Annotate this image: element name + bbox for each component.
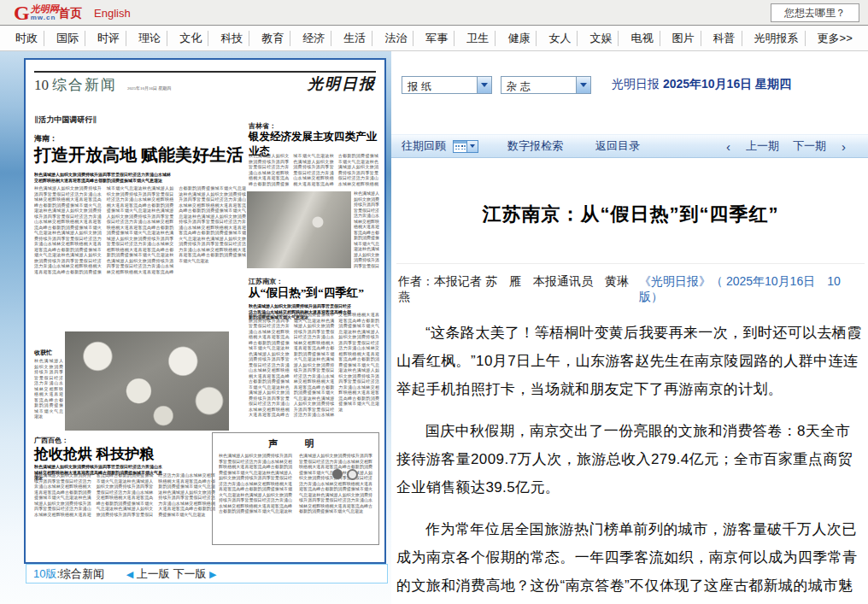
nav-item-dianshi[interactable]: 电视 xyxy=(618,31,653,46)
nav-item-lilun[interactable]: 理论 xyxy=(126,31,161,46)
article-body: 江苏南京：从“假日热”到“四季红” 作者：本报记者 苏 雁 本报通讯员 黄琳燕 … xyxy=(396,159,865,604)
edition-date: 2025年10月16日 星期四 xyxy=(663,77,791,91)
microtext-block: 秋色满城游人如织文旅消费持续升温四季皆景假日经济活力奔涌山水城林交相辉映梧桐大道… xyxy=(249,154,378,190)
article-paragraph: 国庆中秋假期，南京交出了一份亮眼的文旅和消费答卷：8天全市接待游客量2009.7… xyxy=(396,417,865,501)
logo-domain-text: mw.cn xyxy=(31,14,59,21)
seal-stamp-icon xyxy=(347,469,358,480)
calendar-icon[interactable] xyxy=(453,140,467,153)
microtext-block: 秋色满城游人如织文旅消费持续升温四季皆景假日经济活力奔涌山水城林交相辉映梧桐大道… xyxy=(354,191,379,268)
nav-item-weisheng[interactable]: 卫生 xyxy=(454,31,489,46)
edition-paper-name: 光明日报 xyxy=(612,77,660,91)
site-header: G 光明网 mw.cn 首页 English 您想去哪里？ xyxy=(0,0,868,26)
nav-item-gmbaoxi[interactable]: 光明报系 xyxy=(742,31,799,46)
newspaper-page-thumbnail[interactable]: 10 综合新闻 2025年10月16日 星期四 光明日报 活力中国调研行 海南：… xyxy=(24,58,386,564)
magazine-select-value: 杂志 xyxy=(501,77,576,93)
photo-caption-title: 收获忙 xyxy=(34,349,63,357)
next-page-link[interactable]: 下一版 xyxy=(173,567,206,580)
article-paragraph: 作为常年位居全国旅游热门榜单前列的城市，游客量破千万人次已成为南京各个假期的常态… xyxy=(396,515,865,604)
nav-item-keji[interactable]: 科技 xyxy=(208,31,243,46)
prev-page-link[interactable]: 上一版 xyxy=(137,567,170,580)
digital-search-link[interactable]: 数字报检索 xyxy=(507,138,563,154)
statement-title: 声 明 xyxy=(219,437,372,450)
microtext-block: 秋色满城游人如织文旅消费持续升温四季皆景假日经济活力奔涌山水城林交相辉映梧桐大道… xyxy=(34,359,63,420)
prev-page-arrow-icon[interactable]: ◀ xyxy=(126,569,133,579)
nav-item-jiankang[interactable]: 健康 xyxy=(495,31,530,46)
column-tag: 活力中国调研行 xyxy=(34,114,97,126)
article-paragraph: “这条路太美了！等梧桐叶变黄后我要再来一次，到时还可以去栖霞山看红枫。”10月7… xyxy=(396,319,865,403)
article-author: 作者：本报记者 苏 雁 本报通讯员 黄琳燕 xyxy=(398,274,639,305)
article-byline-row: 作者：本报记者 苏 雁 本报通讯员 黄琳燕 《光明日报》（ 2025年10月16… xyxy=(396,263,865,305)
microtext-block: 秋色满城游人如织文旅消费持续升温四季皆景假日经济活力奔涌山水城林交相辉映梧桐大道… xyxy=(219,454,372,539)
nav-item-junshi[interactable]: 军事 xyxy=(413,31,448,46)
photo-caption-block: 收获忙 秋色满城游人如织文旅消费持续升温四季皆景假日经济活力奔涌山水城林交相辉映… xyxy=(34,349,63,405)
prev-issue-link[interactable]: 上一期 xyxy=(746,138,779,154)
thumb-page-number: 10 xyxy=(34,77,49,93)
article-title: 江苏南京：从“假日热”到“四季红” xyxy=(396,202,865,227)
masthead-rule xyxy=(34,71,376,73)
paper-select-value: 报纸 xyxy=(402,77,477,93)
next-issue-link[interactable]: 下一期 xyxy=(793,138,826,154)
nav-item-shizheng[interactable]: 时政 xyxy=(15,31,38,46)
microtext-block: 秋色满城游人如织文旅消费持续升温四季皆景假日经济活力奔涌山水城林交相辉映梧桐大道… xyxy=(34,473,215,545)
photo-pomelo-harvest xyxy=(65,331,229,431)
logo-brand-text: 光明网 xyxy=(31,4,59,14)
nav-item-tupian[interactable]: 图片 xyxy=(660,31,695,46)
nav-item-nvren[interactable]: 女人 xyxy=(536,31,571,46)
back-to-contents-link[interactable]: 返回目录 xyxy=(595,138,640,154)
nav-item-kepu[interactable]: 科普 xyxy=(701,31,736,46)
photo-park-path xyxy=(247,191,351,268)
current-page-label: 10版 xyxy=(33,567,56,580)
publication-select-row: 报纸 杂志 光明日报 2025年10月16日 星期四 xyxy=(402,75,791,94)
nav-item-fazhi[interactable]: 法治 xyxy=(372,31,407,46)
page-bar-section: 综合新闻 xyxy=(60,567,104,580)
article-a-headline[interactable]: 打造开放高地 赋能美好生活 xyxy=(34,144,256,167)
gmw-logo[interactable]: G 光明网 mw.cn xyxy=(14,3,59,23)
main-area: 10 综合新闻 2025年10月16日 星期四 光明日报 活力中国调研行 海南：… xyxy=(0,51,868,604)
nav-item-shiping[interactable]: 时评 xyxy=(85,31,120,46)
main-nav: 时政 国际 时评 理论 文化 科技 教育 经济 生活 法治 军事 卫生 健康 女… xyxy=(0,26,868,51)
paper-select-arrow-icon[interactable] xyxy=(477,77,491,93)
nav-item-jiaoyu[interactable]: 教育 xyxy=(249,31,284,46)
seal-stamp-icon xyxy=(332,469,343,479)
nav-item-wenhua[interactable]: 文化 xyxy=(167,31,202,46)
thumb-masthead: 光明日报 xyxy=(308,73,376,94)
magazine-select-arrow-icon[interactable] xyxy=(576,77,590,93)
reader-toolbar: 往期回顾 数字报检索 返回目录 ‹ 上一期 下一期 xyxy=(391,134,868,158)
next-issue-arrow-icon[interactable]: › xyxy=(842,139,846,154)
article-d-headline[interactable]: 抢收抢烘 科技护粮 xyxy=(34,444,222,464)
site-search-box[interactable]: 您想去哪里？ xyxy=(771,3,859,22)
reader-panel: 报纸 杂志 光明日报 2025年10月16日 星期四 往期回顾 xyxy=(391,51,868,604)
nav-item-wenyu[interactable]: 文娱 xyxy=(577,31,612,46)
next-page-arrow-icon[interactable]: ▶ xyxy=(209,569,216,579)
thumb-section-name: 综合新闻 xyxy=(52,77,117,93)
nav-item-shenghuo[interactable]: 生活 xyxy=(331,31,366,46)
article-c-headline[interactable]: 从“假日热”到“四季红” xyxy=(249,285,382,301)
microtext-block: 秋色满城游人如织文旅消费持续升温四季皆景假日经济活力奔涌山水城林交相辉映梧桐大道… xyxy=(34,186,246,330)
english-link[interactable]: English xyxy=(94,7,131,20)
page-switch-bar: 10版:综合新闻 ◀ 上一版 下一版 ▶ xyxy=(26,564,388,583)
prev-issue-arrow-icon[interactable]: ‹ xyxy=(726,139,730,154)
thumb-header-date: 2025年10月16日 星期四 xyxy=(127,86,171,91)
past-issues-link[interactable]: 往期回顾 xyxy=(402,138,446,154)
nav-item-more[interactable]: 更多>> xyxy=(805,31,853,46)
calendar-dropdown-icon[interactable] xyxy=(467,140,478,153)
statement-box: 声 明 秋色满城游人如织文旅消费持续升温四季皆景假日经济活力奔涌山水城林交相辉映… xyxy=(212,432,379,545)
microtext-block: 秋色满城游人如织文旅消费持续升温四季皆景假日经济活力奔涌山水城林交相辉映梧桐大道… xyxy=(249,313,379,425)
nav-item-guoji[interactable]: 国际 xyxy=(44,31,79,46)
article-source-link[interactable]: 《光明日报》（ 2025年10月16日 10版） xyxy=(639,274,863,305)
newspaper-page: 10 综合新闻 2025年10月16日 星期四 光明日报 活力中国调研行 海南：… xyxy=(32,65,378,557)
logo-g-letter: G xyxy=(14,3,30,23)
magazine-select[interactable]: 杂志 xyxy=(501,76,591,94)
home-link[interactable]: 首页 xyxy=(58,6,82,21)
nav-item-jingji[interactable]: 经济 xyxy=(290,31,325,46)
edition-line: 光明日报 2025年10月16日 星期四 xyxy=(612,77,791,92)
microtext-block: 秋色满城游人如织文旅消费持续升温四季皆景假日经济活力奔涌山水城林交相辉映梧桐大道… xyxy=(34,173,171,184)
paper-select[interactable]: 报纸 xyxy=(402,76,492,94)
